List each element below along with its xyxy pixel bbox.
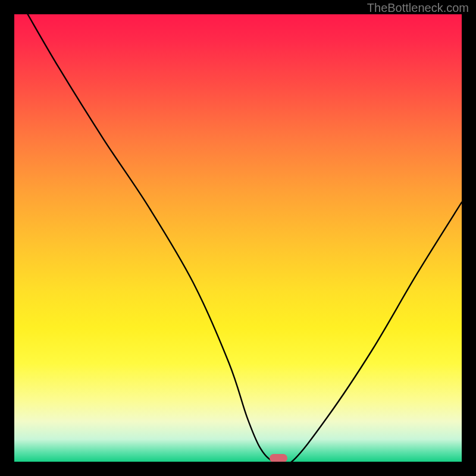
plot-area — [14, 14, 462, 462]
optimal-marker — [270, 454, 287, 462]
curve-svg — [14, 14, 462, 462]
bottleneck-curve-path — [28, 14, 462, 462]
watermark-text: TheBottleneck.com — [367, 1, 469, 15]
